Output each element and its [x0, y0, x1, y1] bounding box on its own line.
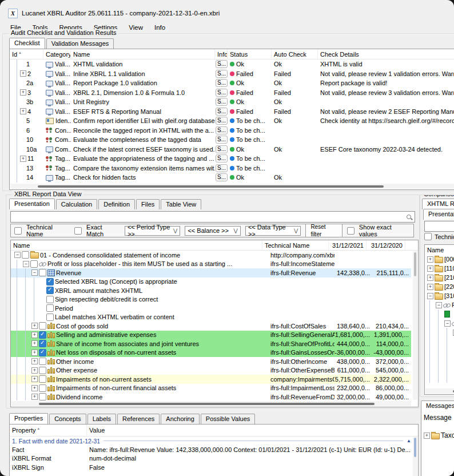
info-button[interactable]: S... — [216, 98, 228, 106]
info-button[interactable]: S... — [216, 108, 228, 116]
comparison-tree-row[interactable]: −P — [425, 300, 454, 310]
exact-match-checkbox[interactable] — [74, 227, 82, 235]
column-header-31-12-2021[interactable]: 31/12/2021 — [329, 240, 367, 250]
column-header-31-12-2020[interactable]: 31/12/2020 — [367, 240, 405, 250]
row-checkbox[interactable] — [39, 340, 46, 347]
row-checkbox[interactable] — [39, 269, 46, 276]
info-button[interactable]: S... — [216, 70, 228, 78]
property-row[interactable]: iXBRL Formatnum-dot-decimal — [10, 454, 418, 463]
expander-minus-icon[interactable]: − — [14, 252, 21, 258]
expander-plus-icon[interactable]: + — [31, 367, 38, 374]
scroll-thumb[interactable] — [414, 252, 416, 276]
checklist-row[interactable]: 3bVali...Unit RegistryS...OkOk — [10, 97, 454, 107]
comparison-tree-row[interactable] — [425, 337, 454, 346]
checklist-row[interactable]: +11Tag...Evaluate the appropriateness of… — [10, 154, 454, 164]
checklist-row[interactable]: 6Con...Reconcile the tagged report in XH… — [10, 126, 454, 136]
checklist-row[interactable]: 2aVali...Report Package 1.0 validationS.… — [10, 78, 454, 88]
comparison-tree-row[interactable]: − — [425, 328, 454, 337]
properties-vscrollbar[interactable] — [413, 437, 417, 476]
column-header-id[interactable]: Id▴ — [10, 49, 43, 59]
info-button[interactable]: S... — [216, 145, 228, 153]
tab-xhtml-report[interactable]: XHTML Report — [422, 199, 454, 209]
technical-name-checkbox-right[interactable] — [424, 233, 432, 240]
row-checkbox[interactable] — [39, 322, 46, 330]
row-checkbox[interactable] — [39, 393, 46, 400]
checklist-row[interactable]: 14Tag...Check for hidden factsS...OkOk — [10, 173, 454, 183]
column-header-property[interactable]: Property▴ — [10, 425, 87, 436]
expander-plus-icon[interactable]: + — [31, 323, 38, 329]
comparison-tree-row[interactable]: − — [425, 319, 454, 328]
column-header-status[interactable]: Status — [228, 49, 272, 59]
checklist-row[interactable]: 13Tag...Compare the taxonomy extension i… — [10, 164, 454, 173]
tab-presentation[interactable]: Presentation — [9, 199, 55, 209]
tab-concepts[interactable]: Concepts — [49, 414, 86, 424]
property-row[interactable]: FactName: ifrs-full:Revenue Value: 142,3… — [10, 445, 418, 454]
comparison-tree-row[interactable]: +[110 — [425, 264, 454, 273]
search-input[interactable] — [11, 213, 407, 220]
tab-definition[interactable]: Definition — [98, 199, 135, 209]
checklist-row[interactable]: +4Vali...ESEF RTS & Reporting ManualS...… — [10, 107, 454, 117]
tree-row[interactable]: +Other incomeifrs-full:OtherIncome438,00… — [11, 357, 411, 366]
expander-minus-icon[interactable]: − — [427, 293, 433, 299]
comparison-tree-row[interactable]: −[310 — [425, 291, 454, 300]
period-type-dropdown[interactable]: << Period Type >>⋁ — [125, 226, 180, 236]
column-header-name[interactable]: Name — [11, 240, 262, 250]
technical-name-checkbox[interactable] — [14, 227, 22, 235]
checklist-row[interactable]: 10Com...Evaluate the completeness of the… — [10, 135, 454, 145]
row-checkbox[interactable] — [39, 358, 46, 365]
row-checkbox[interactable] — [46, 278, 54, 285]
tree-row[interactable]: +Cost of goods soldifrs-full:CostOfSales… — [11, 322, 411, 331]
row-checkbox[interactable] — [39, 384, 46, 392]
checklist-row[interactable]: +3Vali...XBRL 2.1, Dimension 1.0 & Formu… — [10, 88, 454, 98]
tree-row[interactable]: +Dividend incomeifrs-full:RevenueFromDiv… — [11, 392, 411, 400]
scroll-thumb[interactable] — [38, 185, 384, 188]
expander-minus-icon[interactable]: − — [444, 320, 451, 327]
expander-plus-icon[interactable]: + — [20, 156, 26, 162]
expander-plus-icon[interactable]: + — [427, 256, 433, 263]
tab-anchoring[interactable]: Anchoring — [161, 414, 200, 424]
tree-row[interactable]: Label matches XHTML verbatim or content — [11, 313, 411, 322]
row-checkbox[interactable] — [39, 375, 46, 383]
menu-item-info[interactable]: Info — [154, 24, 165, 31]
expander-minus-icon[interactable]: − — [31, 269, 38, 276]
column-header-category[interactable]: Category — [43, 49, 71, 59]
expander-plus-icon[interactable]: + — [20, 70, 26, 77]
expander-plus-icon[interactable]: + — [427, 265, 433, 272]
comparison-search-input[interactable] — [425, 223, 454, 230]
tree-row[interactable]: +Impairments of non-current assetscompan… — [11, 375, 411, 384]
tree-row[interactable]: −01 - Condensed consolidated statement o… — [11, 251, 411, 260]
data-type-dropdown[interactable]: << Data Type >>⋁ — [245, 226, 301, 236]
expander-plus-icon[interactable]: + — [31, 376, 38, 382]
comparison-tree-row[interactable]: +[210 — [425, 273, 454, 282]
checklist-row[interactable]: 10aCom...Check if the latest correct ESE… — [10, 145, 454, 154]
expander-plus-icon[interactable]: + — [20, 89, 26, 96]
info-button[interactable]: S... — [216, 89, 228, 97]
balance-dropdown[interactable]: << Balance >>⋁ — [185, 226, 240, 236]
tab-properties[interactable]: Properties — [9, 413, 48, 424]
property-group-row[interactable]: 1. Fact with end date 2021-12-31 ▲ — [10, 437, 418, 445]
row-checkbox[interactable] — [39, 331, 46, 339]
expander-plus-icon[interactable]: + — [424, 433, 430, 439]
info-button[interactable]: S... — [216, 154, 228, 162]
tree-row[interactable]: +Net loss on disposals of non-current as… — [11, 348, 411, 358]
expander-plus-icon[interactable]: + — [31, 394, 38, 400]
expander-minus-icon[interactable]: − — [436, 302, 442, 308]
comparison-tree-row[interactable] — [425, 355, 454, 364]
row-checkbox[interactable] — [46, 304, 54, 312]
column-header-auto-check[interactable]: Auto Check — [272, 49, 318, 59]
menu-item-view[interactable]: View — [129, 24, 143, 31]
column-header-technical-name[interactable]: Technical Name — [262, 240, 329, 250]
tree-row[interactable]: Selected XBRL tag (Concept) is appropria… — [11, 277, 411, 287]
message-tree-row[interactable]: +Taxo — [421, 431, 454, 440]
column-header-name[interactable]: Name — [71, 49, 215, 59]
tab-presentation-right[interactable]: Presentation — [423, 209, 454, 220]
checklist-row[interactable]: 5Iden...Confirm report identifier LEI wi… — [10, 116, 454, 126]
row-checkbox[interactable] — [46, 296, 54, 303]
collapse-icon[interactable]: ▲ — [407, 438, 411, 443]
info-button[interactable]: S... — [216, 164, 228, 172]
tab-messages[interactable]: Messages — [421, 400, 454, 411]
expander-plus-icon[interactable]: + — [31, 332, 38, 338]
checklist-hscrollbar[interactable] — [10, 184, 454, 189]
tree-row[interactable]: −Revenueifrs-full:Revenue142,338,0...215… — [11, 268, 411, 277]
info-button[interactable]: S... — [216, 60, 228, 68]
